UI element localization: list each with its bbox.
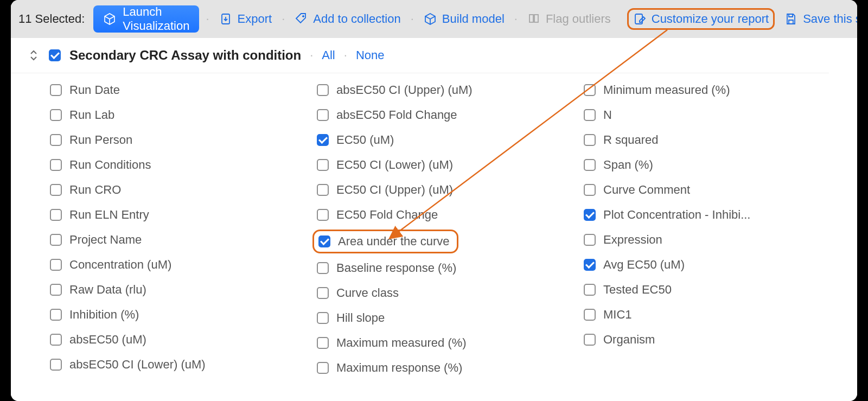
option-checkbox[interactable] xyxy=(584,184,596,196)
option-row[interactable]: absEC50 CI (Lower) (uM) xyxy=(50,358,295,372)
option-row[interactable]: EC50 Fold Change xyxy=(317,208,562,222)
option-label: Maximum response (%) xyxy=(336,361,462,375)
option-checkbox[interactable] xyxy=(318,235,330,247)
option-checkbox[interactable] xyxy=(317,109,329,121)
save-search-label: Save this search xyxy=(803,12,857,26)
option-checkbox[interactable] xyxy=(50,134,62,146)
option-label: absEC50 CI (Upper) (uM) xyxy=(336,83,473,97)
customize-report-button[interactable]: Customize your report xyxy=(633,12,769,26)
option-checkbox[interactable] xyxy=(317,287,329,299)
sort-handle-icon[interactable] xyxy=(27,49,40,62)
option-checkbox[interactable] xyxy=(317,337,329,349)
option-label: Avg EC50 (uM) xyxy=(603,258,685,272)
option-row[interactable]: Baseline response (%) xyxy=(317,261,562,275)
edit-report-icon xyxy=(633,12,646,26)
option-row[interactable]: Curve class xyxy=(317,286,562,300)
option-checkbox[interactable] xyxy=(317,312,329,324)
option-row[interactable]: Inhibition (%) xyxy=(50,308,295,322)
option-checkbox[interactable] xyxy=(584,334,596,346)
option-checkbox[interactable] xyxy=(50,259,62,271)
option-checkbox[interactable] xyxy=(317,262,329,274)
select-all-link[interactable]: All xyxy=(322,48,335,62)
section-checkbox[interactable] xyxy=(49,49,61,61)
option-checkbox[interactable] xyxy=(50,359,62,371)
option-label: Organism xyxy=(603,333,655,347)
option-checkbox[interactable] xyxy=(584,159,596,171)
option-row[interactable]: Raw Data (rlu) xyxy=(50,283,295,297)
option-row[interactable]: Minimum measured (%) xyxy=(584,83,829,97)
option-row[interactable]: Organism xyxy=(584,333,829,347)
report-config-panel: Secondary CRC Assay with condition · All… xyxy=(11,38,857,401)
option-checkbox[interactable] xyxy=(317,362,329,374)
option-row[interactable]: Expression xyxy=(584,233,829,247)
option-row[interactable]: Run ELN Entry xyxy=(50,208,295,222)
launch-visualization-button[interactable]: Launch Visualization xyxy=(93,5,199,33)
toolbar: 11 Selected: Launch Visualization · Expo… xyxy=(11,0,857,38)
option-checkbox[interactable] xyxy=(584,209,596,221)
save-search-button[interactable]: Save this search xyxy=(781,10,857,28)
option-row[interactable]: R squared xyxy=(584,133,829,147)
option-row[interactable]: Concentration (uM) xyxy=(50,258,295,272)
option-checkbox[interactable] xyxy=(584,134,596,146)
option-row[interactable]: Tested EC50 xyxy=(584,283,829,297)
option-checkbox[interactable] xyxy=(317,159,329,171)
option-checkbox[interactable] xyxy=(50,184,62,196)
option-label: MIC1 xyxy=(603,308,632,322)
option-row[interactable]: absEC50 CI (Upper) (uM) xyxy=(317,83,562,97)
option-checkbox[interactable] xyxy=(50,159,62,171)
svg-rect-1 xyxy=(529,15,533,22)
option-row[interactable]: Curve Comment xyxy=(584,183,829,197)
add-to-collection-button[interactable]: Add to collection xyxy=(291,10,404,28)
option-checkbox[interactable] xyxy=(584,109,596,121)
option-checkbox[interactable] xyxy=(50,334,62,346)
option-row[interactable]: Run CRO xyxy=(50,183,295,197)
cube-icon xyxy=(103,12,116,26)
option-checkbox[interactable] xyxy=(584,84,596,96)
option-checkbox[interactable] xyxy=(317,134,329,146)
option-checkbox[interactable] xyxy=(317,209,329,221)
option-checkbox[interactable] xyxy=(584,309,596,321)
option-checkbox[interactable] xyxy=(317,184,329,196)
option-label: Area under the curve xyxy=(338,234,449,249)
option-label: Raw Data (rlu) xyxy=(69,283,146,297)
option-row[interactable]: N xyxy=(584,108,829,122)
option-checkbox[interactable] xyxy=(50,309,62,321)
option-checkbox[interactable] xyxy=(50,109,62,121)
option-row[interactable]: Project Name xyxy=(50,233,295,247)
option-row[interactable]: Avg EC50 (uM) xyxy=(584,258,829,272)
option-row[interactable]: Maximum measured (%) xyxy=(317,336,562,350)
option-row[interactable]: Run Lab xyxy=(50,108,295,122)
option-row[interactable]: MIC1 xyxy=(584,308,829,322)
build-model-button[interactable]: Build model xyxy=(420,10,508,28)
option-checkbox[interactable] xyxy=(50,209,62,221)
export-button[interactable]: Export xyxy=(216,10,276,28)
option-row[interactable]: EC50 CI (Upper) (uM) xyxy=(317,183,562,197)
selected-count: 11 Selected: xyxy=(18,12,85,26)
option-checkbox[interactable] xyxy=(50,284,62,296)
option-label: R squared xyxy=(603,133,659,147)
option-row[interactable]: Plot Concentration - Inhibi... xyxy=(584,208,829,222)
option-row[interactable]: EC50 CI (Lower) (uM) xyxy=(317,158,562,172)
option-checkbox[interactable] xyxy=(317,84,329,96)
option-checkbox[interactable] xyxy=(50,84,62,96)
option-row[interactable]: Span (%) xyxy=(584,158,829,172)
option-row[interactable]: Run Date xyxy=(50,83,295,97)
option-label: Inhibition (%) xyxy=(69,308,139,322)
option-row[interactable]: Area under the curve xyxy=(312,230,458,253)
option-row[interactable]: absEC50 Fold Change xyxy=(317,108,562,122)
option-row[interactable]: Run Conditions xyxy=(50,158,295,172)
option-row[interactable]: Run Person xyxy=(50,133,295,147)
option-row[interactable]: Maximum response (%) xyxy=(317,361,562,375)
option-row[interactable]: EC50 (uM) xyxy=(317,133,562,147)
option-row[interactable]: absEC50 (uM) xyxy=(50,333,295,347)
option-checkbox[interactable] xyxy=(584,234,596,246)
option-checkbox[interactable] xyxy=(50,234,62,246)
option-label: Baseline response (%) xyxy=(336,261,456,275)
option-row[interactable]: Hill slope xyxy=(317,311,562,325)
option-label: Tested EC50 xyxy=(603,283,672,297)
option-label: Plot Concentration - Inhibi... xyxy=(603,208,750,222)
option-checkbox[interactable] xyxy=(584,284,596,296)
section-title: Secondary CRC Assay with condition xyxy=(69,48,301,63)
select-none-link[interactable]: None xyxy=(356,48,385,62)
option-checkbox[interactable] xyxy=(584,259,596,271)
